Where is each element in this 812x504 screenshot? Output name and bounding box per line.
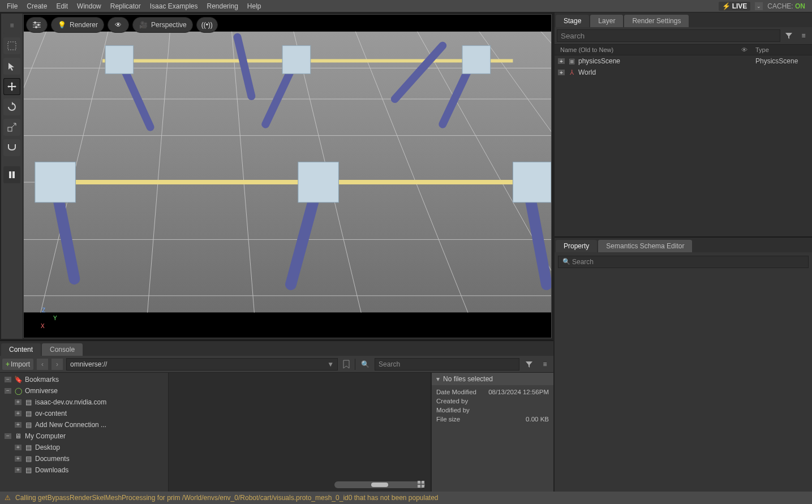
tree-add-connection[interactable]: + ▤ Add New Connection ... (1, 419, 167, 430)
rotate-tool[interactable] (3, 98, 20, 115)
bottom-tab-strip: Content Console (0, 341, 553, 356)
stage-filter-button[interactable] (783, 29, 795, 42)
sliders-icon (32, 20, 41, 29)
tree-bookmarks[interactable]: − 🔖 Bookmarks (1, 374, 167, 385)
tab-semantics-schema[interactable]: Semantics Schema Editor (598, 240, 692, 252)
created-by-label: Created by (436, 398, 468, 404)
scale-tool[interactable] (3, 119, 20, 136)
bookmark-icon: 🔖 (14, 376, 23, 384)
bolt-icon: ⚡ (722, 2, 731, 10)
cube-icon: ▣ (567, 57, 576, 65)
camera-label: Perspective (151, 21, 187, 29)
play-pause-button[interactable] (3, 166, 20, 183)
tree-documents[interactable]: + ▤ Documents (1, 453, 167, 464)
svg-line-14 (41, 32, 108, 313)
select-box-tool[interactable] (3, 37, 20, 54)
server-icon: ▤ (24, 421, 33, 429)
camera-dropdown[interactable]: 🎥 Perspective (132, 17, 193, 33)
select-arrow-tool[interactable] (3, 58, 20, 75)
svg-rect-5 (24, 32, 551, 313)
menu-bar: File Create Edit Window Replicator Isaac… (0, 0, 812, 12)
svg-rect-45 (422, 481, 424, 484)
svg-line-27 (442, 58, 474, 124)
bookmark-button[interactable] (341, 359, 351, 369)
collapse-icon: − (5, 388, 11, 394)
axis-gizmo: Z Y X (38, 307, 61, 330)
tab-render-settings[interactable]: Render Settings (624, 15, 689, 27)
cache-state: ON (795, 2, 805, 10)
content-details: ▾ No files selected Date Modified08/13/2… (431, 373, 553, 492)
tree-desktop[interactable]: + ▤ Desktop (1, 442, 167, 453)
viewport[interactable]: 💡 Renderer 👁 🎥 Perspective ((•)) (23, 14, 552, 338)
svg-point-39 (34, 21, 36, 24)
server-icon: ▤ (24, 398, 33, 406)
snap-tool[interactable] (3, 139, 20, 156)
renderer-dropdown[interactable]: 💡 Renderer (51, 17, 104, 33)
tree-my-computer[interactable]: − 🖥 My Computer (1, 430, 167, 442)
tree-ov-content[interactable]: + ▤ ov-content (1, 408, 167, 419)
stage-col-visibility: 👁 (736, 46, 752, 53)
visibility-button[interactable]: 👁 (108, 17, 129, 33)
grid-view-button[interactable] (415, 478, 427, 490)
menu-help[interactable]: Help (243, 1, 266, 11)
menu-isaac-examples[interactable]: Isaac Examples (145, 1, 203, 11)
content-browser[interactable] (169, 373, 431, 492)
tree-label: Downloads (35, 466, 68, 474)
cache-label: CACHE: (767, 2, 793, 10)
tree-omniverse[interactable]: − ◯ Omniverse (1, 385, 167, 397)
tab-stage[interactable]: Stage (556, 15, 589, 27)
property-tab-strip: Property Semantics Schema Editor (555, 238, 812, 252)
expand-icon[interactable]: + (558, 70, 565, 75)
viewport-settings-button[interactable] (26, 17, 48, 33)
menu-window[interactable]: Window (72, 1, 106, 11)
live-dropdown[interactable]: ⌄ (755, 2, 763, 10)
audio-button[interactable]: ((•)) (196, 17, 218, 33)
nav-back-button[interactable]: ‹ (37, 359, 48, 370)
stage-col-name[interactable]: Name (Old to New) (555, 46, 736, 53)
collapse-icon: − (5, 433, 11, 439)
tab-layer[interactable]: Layer (590, 15, 623, 27)
filter-button[interactable] (523, 358, 535, 371)
stage-row-physicsscene[interactable]: + ▣ physicsScene PhysicsScene (555, 55, 812, 67)
menu-rendering[interactable]: Rendering (202, 1, 242, 11)
svg-line-19 (417, 32, 551, 313)
chevron-down-icon[interactable]: ▾ (436, 375, 440, 383)
thumbnail-size-slider[interactable] (334, 481, 425, 488)
tree-label: Omniverse (25, 387, 58, 395)
property-search-input[interactable] (558, 256, 809, 268)
menu-create[interactable]: Create (22, 1, 51, 11)
axis-x-label: X (41, 323, 45, 329)
tree-label: Documents (35, 455, 70, 463)
menu-replicator[interactable]: Replicator (106, 1, 145, 11)
tree-downloads[interactable]: + ▤ Downloads (1, 464, 167, 476)
menu-file[interactable]: File (2, 1, 22, 11)
stage-col-type[interactable]: Type (752, 46, 812, 53)
move-tool[interactable] (3, 78, 20, 95)
tab-property[interactable]: Property (556, 240, 597, 252)
svg-rect-2 (9, 171, 11, 178)
tree-isaac-server[interactable]: + ▤ isaac-dev.ov.nvidia.com (1, 397, 167, 408)
path-input[interactable]: omniverse:// ▼ (66, 358, 338, 371)
svg-rect-30 (462, 46, 491, 74)
stage-columns-header: Name (Old to New) 👁 Type (555, 44, 812, 55)
nav-forward-button[interactable]: › (51, 359, 63, 370)
content-search-input[interactable] (379, 360, 515, 368)
menu-edit[interactable]: Edit (51, 1, 72, 11)
live-button[interactable]: ⚡ LIVE (719, 2, 751, 11)
tree-label: Desktop (35, 443, 60, 451)
content-tree: − 🔖 Bookmarks − ◯ Omniverse + ▤ isaac-de… (0, 373, 169, 492)
axis-z-label: Z (42, 307, 45, 313)
stage-search-input[interactable] (557, 29, 780, 42)
stage-item-type: PhysicsScene (752, 57, 812, 65)
bottom-panel: Content Console + Import ‹ › omniverse:/… (0, 340, 553, 492)
import-button[interactable]: + Import (2, 359, 33, 370)
search-icon: 🔍 (562, 258, 570, 265)
options-button[interactable]: ≡ (539, 358, 551, 371)
hamburger-grip[interactable]: ≡ (3, 17, 20, 34)
stage-options-button[interactable]: ≡ (797, 29, 810, 42)
stage-row-world[interactable]: + ⅄ World (555, 67, 812, 78)
tab-content[interactable]: Content (1, 343, 41, 356)
expand-icon[interactable]: + (558, 58, 565, 64)
expand-icon: + (15, 422, 22, 428)
tab-console[interactable]: Console (42, 343, 83, 356)
